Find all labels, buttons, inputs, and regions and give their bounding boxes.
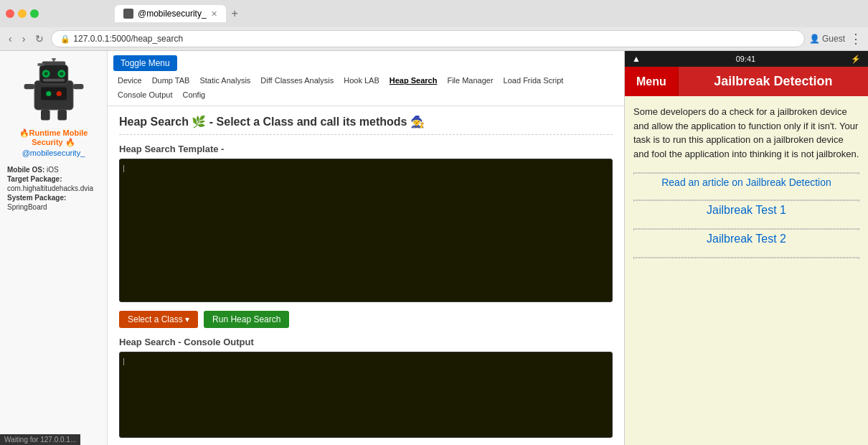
run-heap-button[interactable]: Run Heap Search [204, 311, 289, 328]
browser-menu-button[interactable]: ⋮ [849, 31, 862, 47]
device-header: Menu Jailbreak Detection [625, 67, 868, 96]
traffic-lights [6, 9, 39, 18]
forward-button[interactable]: › [19, 32, 29, 46]
system-package-value: SpringBoard [7, 203, 47, 211]
minimize-button[interactable] [18, 9, 27, 18]
target-package-value: com.highaltitudehacks.dvia [7, 184, 93, 192]
tab-hook[interactable]: Hook LAB [339, 74, 384, 87]
tab-bar: @mobilesecurity_ ✕ + [43, 4, 247, 23]
title-bar: @mobilesecurity_ ✕ + [0, 0, 868, 27]
page-title: Heap Search 🌿 - Select a Class and call … [119, 115, 613, 135]
new-tab-button[interactable]: + [229, 4, 241, 23]
user-icon: 👤 [809, 34, 820, 44]
app-title: 🔥Runtime Mobile Security 🔥 [7, 128, 100, 147]
svg-rect-9 [24, 84, 34, 89]
browser-tab[interactable]: @mobilesecurity_ ✕ [115, 5, 226, 22]
lock-icon: 🔒 [60, 34, 70, 44]
article-link[interactable]: Read an article on Jailbreak Detection [633, 177, 859, 188]
tab-config[interactable]: Config [178, 88, 209, 101]
refresh-button[interactable]: ↻ [32, 32, 47, 46]
system-package-value-row: SpringBoard [7, 203, 100, 211]
nav-toolbar: Toggle Menu Device Dump TAB Static Analy… [108, 51, 624, 106]
browser-chrome: @mobilesecurity_ ✕ + ‹ › ↻ 🔒 127.0.0.1:5… [0, 0, 868, 51]
svg-rect-17 [37, 63, 44, 66]
address-bar-row: ‹ › ↻ 🔒 127.0.0.1:5000/heap_search 👤 Gue… [0, 27, 868, 50]
target-package-row: Target Package: [7, 175, 100, 183]
menu-tab[interactable]: Menu [625, 68, 679, 95]
tab-static[interactable]: Static Analysis [195, 74, 255, 87]
maximize-button[interactable] [30, 9, 39, 18]
tab-file-manager[interactable]: File Manager [443, 74, 497, 87]
svg-point-15 [56, 91, 61, 96]
status-time: 09:41 [736, 55, 756, 63]
web-app: 🔥Runtime Mobile Security 🔥 @mobilesecuri… [0, 51, 624, 445]
svg-point-7 [60, 72, 63, 75]
user-label: Guest [822, 34, 845, 44]
svg-point-14 [46, 91, 51, 96]
console-section: Heap Search - Console Output | [119, 337, 613, 438]
device-description: Some developers do a check for a jailbro… [633, 105, 859, 161]
svg-rect-13 [41, 88, 67, 100]
mobile-os-value: iOS [47, 166, 59, 174]
device-status-bar: ▲ 09:41 ⚡ [625, 51, 868, 67]
close-button[interactable] [6, 9, 14, 18]
address-bar[interactable]: 🔒 127.0.0.1:5000/heap_search [51, 30, 805, 47]
svg-rect-12 [57, 110, 67, 120]
svg-point-3 [52, 58, 55, 61]
status-right: ⚡ [851, 55, 861, 64]
jailbreak-test-1-link[interactable]: Jailbreak Test 1 [633, 204, 859, 217]
divider-3 [633, 228, 859, 230]
device-content: Some developers do a check for a jailbro… [625, 96, 868, 445]
jailbreak-title: Jailbreak Detection [679, 67, 868, 96]
content-area: Toggle Menu Device Dump TAB Static Analy… [108, 51, 624, 445]
code-cursor: | [123, 164, 125, 172]
device-panel: ▲ 09:41 ⚡ Menu Jailbreak Detection Some … [624, 51, 868, 445]
tab-title: @mobilesecurity_ [138, 9, 207, 19]
console-output-area: | [119, 352, 613, 438]
tab-close-icon[interactable]: ✕ [211, 9, 217, 19]
mobile-os-row: Mobile OS: iOS [7, 166, 100, 174]
select-class-button[interactable]: Select a Class ▾ [119, 311, 198, 328]
code-template-area: | [119, 159, 613, 302]
robot-logo [22, 58, 86, 123]
tab-load-frida[interactable]: Load Frida Script [499, 74, 568, 87]
mobile-os-label: Mobile OS: [7, 166, 44, 174]
target-package-label: Target Package: [7, 175, 62, 183]
jailbreak-test-2-link[interactable]: Jailbreak Test 2 [633, 233, 859, 245]
system-package-row: System Package: [7, 194, 100, 202]
app-subtitle: @mobilesecurity_ [7, 149, 100, 157]
tab-dump[interactable]: Dump TAB [148, 74, 194, 87]
divider-4 [633, 257, 859, 258]
tab-console-output[interactable]: Console Output [113, 88, 176, 101]
system-package-label: System Package: [7, 194, 66, 202]
nav-tabs: Device Dump TAB Static Analysis Diff Cla… [113, 74, 618, 101]
console-cursor: | [123, 357, 125, 365]
address-text: 127.0.0.1:5000/heap_search [73, 34, 796, 44]
action-buttons: Select a Class ▾ Run Heap Search [119, 311, 613, 328]
tab-diff[interactable]: Diff Classes Analysis [256, 74, 338, 87]
page-content: Heap Search 🌿 - Select a Class and call … [108, 106, 624, 445]
svg-point-6 [44, 72, 47, 75]
tab-device[interactable]: Device [113, 74, 146, 87]
wifi-icon: ▲ [632, 54, 641, 64]
tab-favicon [123, 9, 133, 19]
svg-rect-16 [42, 62, 65, 65]
svg-rect-8 [42, 79, 65, 82]
svg-rect-10 [73, 84, 83, 89]
tab-heap-search[interactable]: Heap Search [385, 74, 442, 87]
back-button[interactable]: ‹ [6, 32, 15, 46]
template-label: Heap Search Template - [119, 144, 613, 154]
divider-1 [633, 172, 859, 174]
sidebar: 🔥Runtime Mobile Security 🔥 @mobilesecuri… [0, 51, 108, 445]
battery-icon: ⚡ [851, 55, 861, 64]
toggle-menu-button[interactable]: Toggle Menu [113, 55, 177, 71]
status-left: ▲ [632, 54, 641, 64]
main-layout: 🔥Runtime Mobile Security 🔥 @mobilesecuri… [0, 51, 868, 445]
divider-2 [633, 200, 859, 201]
svg-rect-11 [41, 110, 50, 120]
console-label: Heap Search - Console Output [119, 337, 613, 347]
target-package-value-row: com.highaltitudehacks.dvia [7, 184, 100, 192]
user-button[interactable]: 👤 Guest [809, 34, 845, 44]
